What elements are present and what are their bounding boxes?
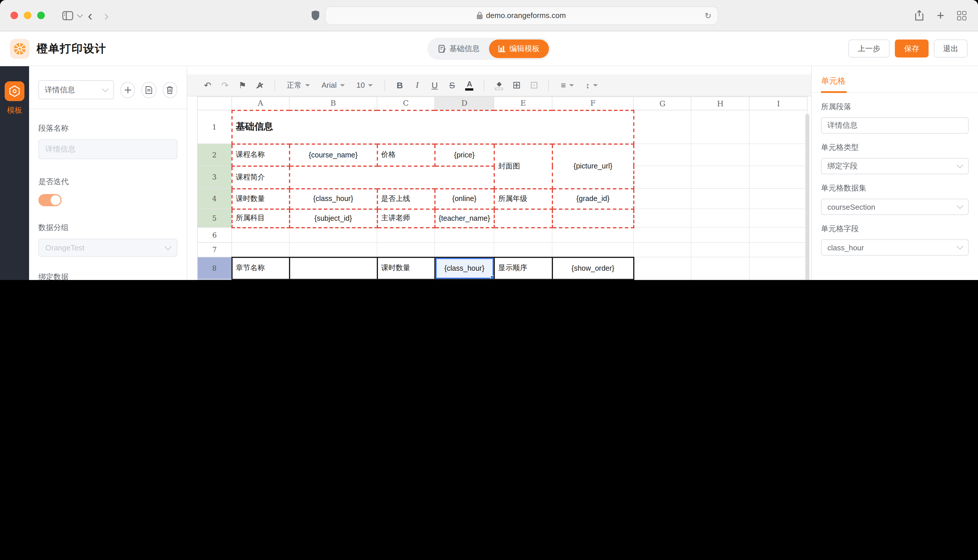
col-header-G[interactable]: G [634, 97, 691, 110]
new-tab-icon[interactable]: + [937, 9, 944, 22]
vertical-scrollbar[interactable] [805, 114, 809, 280]
strikethrough-button[interactable]: S [445, 78, 460, 93]
row-header-3[interactable]: 3 [197, 166, 232, 188]
refresh-icon[interactable]: ↻ [705, 11, 711, 20]
cell-H3[interactable] [691, 166, 749, 188]
cell-B8[interactable] [289, 257, 377, 279]
cell-B9[interactable]: {show_order} [289, 279, 377, 280]
merge-cells-button[interactable]: ⊡ [527, 78, 542, 93]
cell-I8[interactable] [749, 257, 807, 279]
cell-E8[interactable]: 显示顺序 [494, 257, 552, 279]
address-bar[interactable]: demo.orangeforms.com ↻ [325, 6, 718, 25]
borders-button[interactable]: ⊞ [509, 78, 524, 93]
cell-H4[interactable] [691, 188, 749, 209]
cell-G6[interactable] [634, 227, 691, 243]
bold-button[interactable]: B [392, 78, 407, 93]
add-section-button[interactable] [120, 82, 135, 98]
vertical-align-select[interactable]: ↕ [581, 78, 603, 93]
cell-D9[interactable] [435, 279, 494, 280]
cell-D2[interactable]: {price} [435, 144, 494, 166]
cell-G1[interactable] [634, 110, 691, 144]
clear-format-button[interactable]: A [252, 78, 267, 93]
font-color-button[interactable]: A [462, 78, 477, 93]
cell-I1[interactable] [749, 110, 807, 144]
cell-C9[interactable] [377, 279, 435, 280]
cell-type-select[interactable]: 绑定字段 [821, 158, 969, 174]
cell-E4[interactable]: 所属年级 [494, 188, 552, 209]
copy-section-button[interactable] [142, 82, 156, 98]
col-header-C[interactable]: C [377, 97, 435, 110]
cell-F6[interactable] [552, 227, 634, 243]
fill-color-button[interactable]: ◆ [492, 78, 507, 93]
zoom-window-button[interactable] [37, 12, 45, 19]
style-select[interactable]: 正常 [282, 78, 314, 93]
row-header-6[interactable]: 6 [197, 227, 232, 243]
cell-A3[interactable]: 课程简介 [232, 166, 289, 188]
tab-basic-info[interactable]: 基础信息 [429, 39, 489, 58]
cell-G4[interactable] [634, 188, 691, 209]
cell-F9[interactable]: {create_time} [552, 279, 634, 280]
cell-H2[interactable] [691, 144, 749, 166]
cell-dataset-select[interactable]: courseSection [821, 199, 969, 215]
cell-A2[interactable]: 课程名称 [232, 144, 289, 166]
cell-I3[interactable] [749, 166, 807, 188]
iterate-toggle[interactable] [38, 194, 62, 206]
save-button[interactable]: 保存 [895, 40, 929, 58]
row-header-7[interactable]: 7 [197, 243, 232, 257]
row-header-1[interactable]: 1 [197, 110, 232, 144]
cell-A5[interactable]: 所属科目 [232, 209, 289, 227]
cell-I9[interactable] [749, 279, 807, 280]
cell-D4[interactable]: {online} [435, 188, 494, 209]
cell-B3[interactable] [289, 166, 494, 188]
row-header-2[interactable]: 2 [197, 144, 232, 166]
cell-C6[interactable] [377, 227, 435, 243]
close-window-button[interactable] [10, 12, 18, 19]
privacy-shield-icon[interactable] [311, 10, 319, 20]
cell-C2[interactable]: 价格 [377, 144, 435, 166]
cell-H6[interactable] [691, 227, 749, 243]
forward-button[interactable]: › [98, 8, 115, 22]
col-header-D[interactable]: D [435, 97, 494, 110]
share-icon[interactable] [914, 10, 924, 21]
cell-A1[interactable]: 基础信息 [232, 110, 634, 144]
cell-B6[interactable] [289, 227, 377, 243]
col-header-F[interactable]: F [552, 97, 634, 110]
cell-C4[interactable]: 是否上线 [377, 188, 435, 209]
col-header-H[interactable]: H [691, 97, 749, 110]
row-header-5[interactable]: 5 [197, 209, 232, 227]
cell-I2[interactable] [749, 144, 807, 166]
row-header-4[interactable]: 4 [197, 188, 232, 209]
cell-B2[interactable]: {course_name} [289, 144, 377, 166]
undo-button[interactable]: ↶ [200, 78, 215, 93]
cell-A8[interactable]: 章节名称 [232, 257, 289, 279]
horizontal-align-select[interactable]: ≡ [556, 78, 579, 93]
cell-C5[interactable]: 主讲老师 [377, 209, 435, 227]
cell-H8[interactable] [691, 257, 749, 279]
cell-H5[interactable] [691, 209, 749, 227]
select-all-corner[interactable] [197, 97, 232, 110]
cell-H9[interactable] [691, 279, 749, 280]
minimize-window-button[interactable] [24, 12, 32, 19]
cell-G3[interactable] [634, 166, 691, 188]
cell-I4[interactable] [749, 188, 807, 209]
cell-G7[interactable] [634, 243, 691, 257]
italic-button[interactable]: I [410, 78, 425, 93]
cell-A4[interactable]: 课时数量 [232, 188, 289, 209]
cell-E6[interactable] [494, 227, 552, 243]
cell-G8[interactable] [634, 257, 691, 279]
delete-section-button[interactable] [162, 82, 177, 98]
format-painter-button[interactable]: ⚑ [235, 78, 250, 93]
cell-E5[interactable] [494, 209, 552, 227]
col-header-B[interactable]: B [289, 97, 377, 110]
tab-overview-icon[interactable] [957, 11, 966, 20]
cell-G2[interactable] [634, 144, 691, 166]
cell-C8[interactable]: 课时数量 [377, 257, 435, 279]
cell-F8[interactable]: {show_order} [552, 257, 634, 279]
cell-H1[interactable] [691, 110, 749, 144]
cell-B4[interactable]: {class_hour} [289, 188, 377, 209]
cell-A7[interactable] [232, 243, 289, 257]
cell-F2[interactable]: {picture_url} [552, 144, 634, 188]
row-header-8[interactable]: 8 [197, 257, 232, 279]
sidebar-toggle-icon[interactable] [62, 11, 73, 20]
cell-A9[interactable]: 章节简介 [232, 279, 289, 280]
